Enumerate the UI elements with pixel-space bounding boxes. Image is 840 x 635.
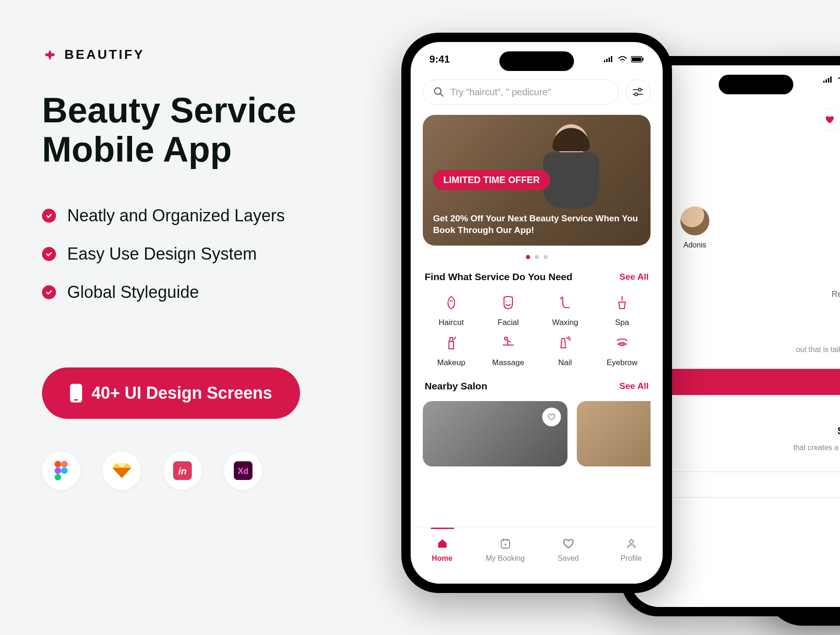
check-icon <box>42 285 56 299</box>
svg-rect-21 <box>632 57 641 61</box>
search-placeholder: Try "haircut", " pedicure" <box>450 87 551 98</box>
xd-icon: Xd <box>224 452 262 490</box>
svg-line-24 <box>440 93 443 96</box>
svg-rect-17 <box>606 59 608 62</box>
svg-rect-22 <box>643 58 644 61</box>
section-title-services: Find What Service Do You Need <box>425 271 573 282</box>
svg-point-34 <box>504 543 506 545</box>
svg-point-30 <box>621 343 623 346</box>
haircut-icon <box>441 292 462 313</box>
service-nail[interactable]: Nail <box>537 332 594 367</box>
favorite-button[interactable] <box>819 108 840 131</box>
section-title-nearby: Nearby Salon <box>425 381 487 392</box>
nail-icon <box>554 332 576 353</box>
dot[interactable] <box>535 255 539 259</box>
svg-rect-18 <box>609 57 610 62</box>
feature-text: Neatly and Organized Layers <box>67 206 285 226</box>
hero-banner[interactable]: LIMITED TIME OFFER Get 20% Off Your Next… <box>423 115 651 246</box>
check-icon <box>42 247 56 261</box>
feature-item: Global Styleguide <box>42 282 378 302</box>
brand-name: BEAUTIFY <box>64 47 145 62</box>
phones-showcase: lations! ent has y booked n email with a… <box>378 47 798 588</box>
nav-home[interactable]: Home <box>411 536 474 584</box>
check-icon <box>42 209 56 223</box>
salon-carousel[interactable] <box>423 401 651 466</box>
phone-icon <box>70 384 82 402</box>
avatar-image <box>679 205 710 236</box>
search-icon <box>434 87 444 97</box>
signal-icon <box>604 56 614 63</box>
home-icon <box>435 536 449 550</box>
see-all-link[interactable]: See All <box>619 272 649 282</box>
nav-saved[interactable]: Saved <box>537 536 600 584</box>
cta-button[interactable]: 40+ UI Design Screens <box>42 367 300 419</box>
svg-rect-10 <box>826 79 827 83</box>
svg-point-26 <box>638 88 641 91</box>
service-price: $ 100 <box>838 425 840 437</box>
service-facial[interactable]: Facial <box>480 292 537 327</box>
figma-icon <box>42 452 80 490</box>
wifi-icon <box>837 77 840 83</box>
service-massage[interactable]: Massage <box>480 332 537 367</box>
svg-point-0 <box>55 461 61 467</box>
feature-list: Neatly and Organized Layers Easy Use Des… <box>42 206 378 302</box>
see-all-link[interactable]: See All <box>619 381 649 391</box>
battery-icon <box>631 56 644 63</box>
spa-icon <box>611 292 633 313</box>
svg-point-28 <box>635 93 637 96</box>
invision-icon: in <box>163 452 202 490</box>
wifi-icon <box>618 56 627 63</box>
phone-notch <box>719 75 793 94</box>
feature-item: Neatly and Organized Layers <box>42 206 378 226</box>
sliders-icon <box>632 87 644 97</box>
search-input[interactable]: Try "haircut", " pedicure" <box>423 79 619 105</box>
nav-booking[interactable]: My Booking <box>474 536 537 584</box>
massage-icon <box>497 332 519 353</box>
service-spa[interactable]: Spa <box>594 292 651 327</box>
brand-logo-row: BEAUTIFY <box>42 47 378 63</box>
phone-mockup-1: 9:41 Try "haircut", " pedicure" <box>401 33 672 593</box>
svg-point-3 <box>61 467 68 474</box>
signal-icon <box>823 77 833 83</box>
svg-rect-19 <box>611 56 612 62</box>
salon-card[interactable] <box>423 401 567 466</box>
carousel-dots <box>423 255 651 259</box>
svg-text:in: in <box>178 466 187 476</box>
phone-notch <box>499 51 574 71</box>
svg-rect-16 <box>604 60 605 62</box>
status-time: 9:41 <box>429 53 450 65</box>
offer-badge: LIMITED TIME OFFER <box>433 170 550 190</box>
avatar-item[interactable]: Adonis <box>679 205 710 249</box>
dot[interactable] <box>544 255 548 259</box>
cta-label: 40+ UI Design Screens <box>91 383 272 403</box>
heart-icon <box>561 536 575 550</box>
calendar-icon <box>498 536 512 550</box>
svg-point-29 <box>504 337 507 340</box>
bottom-nav: Home My Booking Saved Profile <box>411 528 663 584</box>
nav-profile[interactable]: Profile <box>600 536 663 584</box>
price-pill[interactable]: $ 85 ✕ <box>828 562 840 593</box>
sketch-icon <box>103 452 141 490</box>
svg-rect-9 <box>823 81 825 83</box>
filter-button[interactable] <box>625 79 651 105</box>
service-waxing[interactable]: Waxing <box>537 292 594 327</box>
facial-icon <box>497 292 519 313</box>
eyebrow-icon <box>611 332 633 353</box>
feature-item: Easy Use Design System <box>42 244 378 264</box>
svg-point-4 <box>55 474 61 480</box>
svg-rect-11 <box>828 78 829 83</box>
svg-rect-1 <box>61 461 68 467</box>
salon-card[interactable] <box>577 401 651 466</box>
service-haircut[interactable]: Haircut <box>423 292 480 327</box>
headline: Beauty Service Mobile App <box>42 91 378 169</box>
service-eyebrow[interactable]: Eyebrow <box>594 332 651 367</box>
feature-text: Easy Use Design System <box>67 244 257 264</box>
favorite-toggle[interactable] <box>542 408 561 426</box>
hero-person-image <box>539 124 604 208</box>
services-grid: Haircut Facial Waxing Spa Makeup Massage… <box>423 292 651 367</box>
dot-active[interactable] <box>526 255 530 259</box>
offer-text: Get 20% Off Your Next Beauty Service Whe… <box>433 212 640 236</box>
feature-text: Global Styleguide <box>67 282 199 302</box>
service-makeup[interactable]: Makeup <box>423 332 480 367</box>
tab-reviews[interactable]: Reviews <box>832 289 840 299</box>
